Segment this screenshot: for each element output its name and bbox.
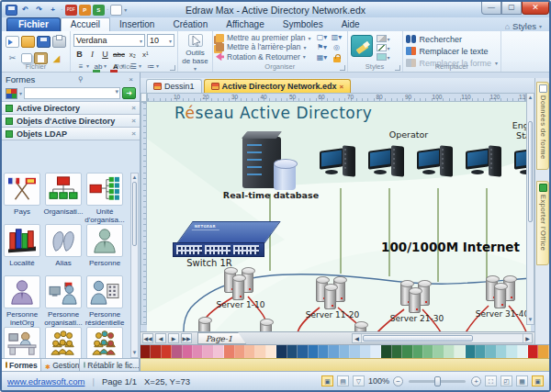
last-page-button[interactable]: ▶▶ xyxy=(181,333,192,343)
ribbon-tab-aide[interactable]: Aide xyxy=(332,18,369,31)
workstation-computer-shape[interactable] xyxy=(417,144,461,188)
scroll-right-icon[interactable]: ▶ xyxy=(523,334,532,342)
palette-color-swatch[interactable] xyxy=(203,345,213,358)
shape-item-person[interactable]: Personne xyxy=(84,224,125,267)
format-sub-button[interactable]: x₂ xyxy=(127,49,139,61)
document-tab-1[interactable]: Active Directory Network.edx× xyxy=(204,79,352,93)
operator-label[interactable]: Operator xyxy=(381,129,436,140)
library-bar-1[interactable]: Objets d'Active Directory× xyxy=(2,114,140,128)
palette-color-swatch[interactable] xyxy=(162,345,172,358)
switch-label[interactable]: Switch 1R xyxy=(173,258,246,268)
flag-icon[interactable]: ⚑▾ xyxy=(315,43,330,53)
panel-tab-formes[interactable]: Formes xyxy=(2,359,41,371)
organiser-item-0[interactable]: Mettre au premier plan▾ xyxy=(216,33,311,42)
shape-item-role-org[interactable]: Rôle organisati... xyxy=(2,327,42,358)
export-svg-icon[interactable]: S xyxy=(93,5,105,16)
server-group-label[interactable]: Server 11-20 xyxy=(299,310,365,319)
format-s-button[interactable]: abc xyxy=(112,49,126,61)
palette-color-swatch[interactable] xyxy=(298,345,308,358)
palette-color-swatch[interactable] xyxy=(433,345,444,358)
palette-color-swatch[interactable] xyxy=(423,345,433,358)
palette-color-swatch[interactable] xyxy=(371,345,381,358)
next-page-button[interactable]: ▶ xyxy=(168,333,179,343)
remplacer-item-1[interactable]: Remplacer le texte xyxy=(406,45,499,57)
server-cluster-shape[interactable] xyxy=(399,282,434,315)
basic-tools-button[interactable]: Outils de base xyxy=(181,48,209,65)
shape-item-flags[interactable]: Pays xyxy=(2,173,42,216)
format-b-button[interactable]: B xyxy=(73,49,85,61)
scroll-thumb[interactable] xyxy=(528,121,533,222)
server-group-label[interactable]: Server 31-40 xyxy=(469,309,531,319)
palette-color-swatch[interactable] xyxy=(193,345,203,358)
close-library-icon[interactable]: × xyxy=(131,129,136,138)
palette-color-swatch[interactable] xyxy=(413,345,423,358)
save-icon[interactable] xyxy=(37,36,51,48)
workstation-computer-shape[interactable] xyxy=(368,144,412,188)
export-ppt-icon[interactable]: P xyxy=(79,5,91,16)
server-group-label[interactable]: Server 21-30 xyxy=(384,314,450,323)
palette-color-swatch[interactable] xyxy=(329,345,339,358)
new-icon[interactable] xyxy=(6,36,19,48)
canvas-vertical-scrollbar[interactable]: ▲ ▼ xyxy=(526,93,534,325)
palette-color-swatch[interactable] xyxy=(172,345,182,358)
ribbon-tab-création[interactable]: Création xyxy=(163,18,217,31)
scroll-down-icon[interactable]: ▼ xyxy=(527,316,534,324)
palette-color-swatch[interactable] xyxy=(266,345,276,358)
ribbon-tab-fichier[interactable]: Fichier xyxy=(6,17,61,31)
scroll-down-icon[interactable]: ▼ xyxy=(131,349,138,357)
zoom-slider-thumb[interactable] xyxy=(434,376,441,386)
palette-color-swatch[interactable] xyxy=(183,345,193,358)
zoom-region-icon[interactable]: ◰ xyxy=(500,375,512,386)
shape-item-person-res[interactable]: Personne résidentielle xyxy=(84,275,125,327)
line-style-icon[interactable] xyxy=(377,44,387,51)
close-panel-icon[interactable]: × xyxy=(126,75,136,84)
page-tab[interactable]: Page-1 xyxy=(197,332,246,344)
shape-item-group-names[interactable]: Groupe de noms xyxy=(43,327,84,358)
theme-color-icon[interactable] xyxy=(377,53,387,61)
palette-color-swatch[interactable] xyxy=(392,345,402,358)
format-u-button[interactable]: U xyxy=(99,49,111,61)
shape-item-person-inetorg[interactable]: Personne inetOrg xyxy=(2,275,42,327)
palette-color-swatch[interactable] xyxy=(309,345,319,358)
page-view-icon[interactable]: ▤ xyxy=(337,375,349,386)
go-arrow-icon[interactable]: ➜ xyxy=(122,87,136,99)
shape-item-person-org[interactable]: Personne organisati... xyxy=(43,275,84,327)
shape-data-side-tab[interactable]: Données de forme xyxy=(536,82,549,170)
server-cluster-shape[interactable] xyxy=(315,278,350,311)
fill-style-icon[interactable] xyxy=(377,35,387,42)
fullscreen-icon[interactable]: ▣ xyxy=(532,375,544,386)
palette-color-swatch[interactable] xyxy=(361,345,371,358)
minimize-button[interactable]: — xyxy=(481,2,501,15)
ribbon-tab-affichage[interactable]: Affichage xyxy=(217,18,274,31)
palette-color-swatch[interactable] xyxy=(224,345,234,358)
ribbon-tab-insertion[interactable]: Insertion xyxy=(110,18,163,31)
scroll-up-icon[interactable]: ▲ xyxy=(131,174,138,182)
palette-color-swatch[interactable] xyxy=(214,345,224,358)
palette-color-swatch[interactable] xyxy=(245,345,255,358)
shape-item-org-unit[interactable]: Unité d'organisa... xyxy=(84,173,125,224)
normal-view-icon[interactable]: ▣ xyxy=(321,375,333,386)
center-icon[interactable]: ◎ xyxy=(330,43,344,53)
zoom-slider[interactable] xyxy=(409,380,466,383)
scroll-thumb[interactable] xyxy=(363,335,473,342)
zoom-out-button[interactable]: − xyxy=(393,376,403,386)
organiser-dialog-launcher[interactable] xyxy=(340,65,345,71)
format-sup-button[interactable]: x¹ xyxy=(140,49,152,61)
qat-more-icon[interactable]: ▾ xyxy=(124,6,127,13)
shape-item-group-names-2[interactable]: Groupe de noms xyxy=(84,327,125,358)
ribbon-tab-accueil[interactable]: Accueil xyxy=(61,17,110,31)
brush-icon[interactable] xyxy=(351,35,373,57)
open-icon[interactable] xyxy=(21,36,35,48)
palette-color-swatch[interactable] xyxy=(255,345,265,358)
palette-color-swatch[interactable] xyxy=(538,345,548,358)
library-bar-0[interactable]: Active Directory× xyxy=(2,101,140,115)
shape-item-org-chart[interactable]: Organisati... xyxy=(43,173,84,216)
palette-color-swatch[interactable] xyxy=(350,345,360,358)
palette-color-swatch[interactable] xyxy=(486,345,496,358)
organiser-item-1[interactable]: Mettre à l'arrière-plan▾ xyxy=(216,42,311,51)
palette-color-swatch[interactable] xyxy=(466,345,476,358)
palette-color-swatch[interactable] xyxy=(402,345,412,358)
redo-icon[interactable]: ↷ xyxy=(33,5,45,16)
palette-color-swatch[interactable] xyxy=(444,345,455,358)
palette-color-swatch[interactable] xyxy=(235,345,245,358)
